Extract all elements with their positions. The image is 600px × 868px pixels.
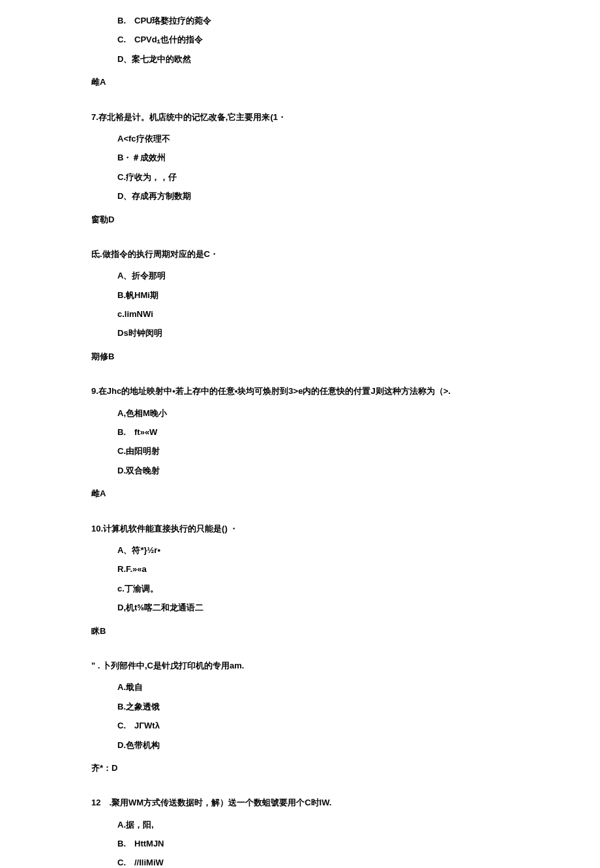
q10-option-d: D,机t⅝喀二和龙通语二: [117, 600, 561, 615]
q9-option-c: C.由阳明射: [117, 443, 561, 458]
q12-option-a: A.据，阳,: [117, 817, 561, 832]
document-content: B. CPU珞婺拉疗的菀令 C. CPVd₁也什的指令 D、案七龙中的欧然 雌A…: [0, 13, 600, 868]
q10-options: A、符*}½r• R.F.»«a c.丁渝调。 D,机t⅝喀二和龙通语二: [91, 543, 561, 616]
q12-text: 12 .聚用WM方式传送数据时，解）送一个数蛆號要用个C时IW.: [91, 795, 561, 810]
q9-answer: 雌A: [91, 486, 561, 501]
q8-options: A、折令那明 B.帆HMi期 c.limNWi Ds时钟闵明: [91, 268, 561, 341]
q12-options: A.据，阳, B. HttMJN C. //IliMiW D 、总HrW期: [91, 817, 561, 868]
q8-text: 氐.做指令的执行周期对应的是C・: [91, 247, 561, 262]
q11-options: A.戢自 B.之象透饿 C. JΓWtλ D.色带机构: [91, 680, 561, 753]
q9-options: A,色相M晚小 B. ft»«W C.由阳明射 D.双合晚射: [91, 406, 561, 479]
q8-answer: 期修B: [91, 349, 561, 364]
q11-answer: 齐*：D: [91, 760, 561, 775]
q11-text: " . 卜列部件中,C是针戊打印机的专用am.: [91, 658, 561, 673]
q9-option-d: D.双合晚射: [117, 463, 561, 478]
q6-options: B. CPU珞婺拉疗的菀令 C. CPVd₁也什的指令 D、案七龙中的欧然: [91, 13, 561, 67]
q10-option-c: c.丁渝调。: [117, 581, 561, 596]
q7-answer: 窗勒D: [91, 212, 561, 227]
q7-option-c: C.疗收为，，仔: [117, 170, 561, 185]
q11-option-c: C. JΓWtλ: [117, 718, 561, 733]
q11-option-a: A.戢自: [117, 680, 561, 695]
q7-option-b: B・＃成效州: [117, 150, 561, 165]
q10-option-a: A、符*}½r•: [117, 543, 561, 558]
q6-option-b: B. CPU珞婺拉疗的菀令: [117, 13, 561, 28]
q10-option-b: R.F.»«a: [117, 561, 561, 576]
q7-text: 7.存北裕是计。机店统中的记忆改备,它主要用来(1・: [91, 110, 561, 125]
q7-option-a: A<fc疗依理不: [117, 131, 561, 146]
q9-option-a: A,色相M晚小: [117, 406, 561, 421]
q9-option-b: B. ft»«W: [117, 425, 561, 440]
q7-options: A<fc疗依理不 B・＃成效州 C.疗收为，，仔 D、存成再方制数期: [91, 131, 561, 204]
q11-option-b: B.之象透饿: [117, 699, 561, 714]
q6-option-d: D、案七龙中的欧然: [117, 52, 561, 67]
q6-option-c: C. CPVd₁也什的指令: [117, 32, 561, 47]
q10-answer: 眯B: [91, 623, 561, 638]
q11-option-d: D.色带机构: [117, 738, 561, 753]
q8-option-a: A、折令那明: [117, 268, 561, 283]
q9-text: 9.在Jhc的地址映射中•若上存中的任意•块均可焕肘到3>e内的任意快的付置J则…: [91, 383, 561, 398]
q8-option-b: B.帆HMi期: [117, 288, 561, 303]
q7-option-d: D、存成再方制数期: [117, 188, 561, 203]
q12-option-c: C. //IliMiW: [117, 855, 561, 868]
q8-option-d: Ds时钟闵明: [117, 325, 561, 340]
q8-option-c: c.limNWi: [117, 307, 561, 322]
q10-text: 10.计算机软件能直接执行的只能是() ・: [91, 521, 561, 536]
q12-option-b: B. HttMJN: [117, 836, 561, 851]
q6-answer: 雌A: [91, 74, 561, 89]
